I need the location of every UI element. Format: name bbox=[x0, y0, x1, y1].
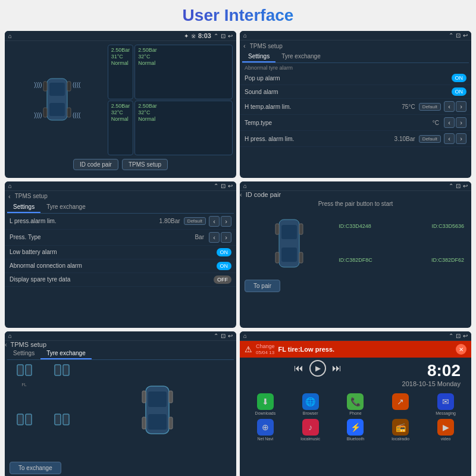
netnavi-icon: ⊕ bbox=[257, 419, 274, 436]
window-icon-4[interactable]: ⊡ bbox=[456, 183, 461, 189]
bluetooth-label: Bluetooth bbox=[347, 437, 365, 441]
header-title-2: TPMS setup bbox=[250, 43, 283, 49]
home-icon-4[interactable]: ⌂ bbox=[243, 183, 247, 189]
window-icon-6[interactable]: ⊡ bbox=[456, 333, 461, 339]
window-icon-5[interactable]: ⊡ bbox=[221, 333, 226, 339]
temp-type-prev[interactable]: ‹ bbox=[444, 117, 455, 128]
back-arrow-4[interactable]: ‹ bbox=[240, 191, 242, 198]
expand-icon-4[interactable]: ⌃ bbox=[449, 183, 453, 189]
app-localradio[interactable]: 📻 localradio bbox=[378, 419, 422, 441]
l-press-label: L press.alarm lim. bbox=[10, 218, 159, 224]
svg-rect-16 bbox=[55, 365, 61, 375]
prev-button[interactable]: ⏮ bbox=[294, 363, 303, 374]
tyre-group-fr bbox=[45, 362, 79, 408]
tyre-group-rr bbox=[45, 412, 79, 457]
tyre-fl-icon[interactable] bbox=[15, 362, 34, 381]
window-icon[interactable]: ⊡ bbox=[221, 33, 226, 39]
tyre-group-rl bbox=[7, 412, 41, 457]
to-pair-button[interactable]: To pair bbox=[245, 280, 280, 292]
spare-tyre-label: Display spare tyre data bbox=[10, 276, 214, 283]
h-press-prev[interactable]: ‹ bbox=[444, 133, 455, 144]
to-exchange-button[interactable]: To exchange bbox=[10, 462, 61, 474]
abnormal-conn-toggle[interactable]: ON bbox=[217, 262, 232, 270]
panel-id-code-pair: ⌂ ⌃ ⊡ ↩ ‹ ID code pair Press the pair bu… bbox=[240, 181, 471, 328]
tyre-rr-icon[interactable] bbox=[52, 412, 71, 431]
back-arrow-5[interactable]: ‹ bbox=[5, 341, 7, 348]
app-phone[interactable]: 📞 Phone bbox=[334, 393, 378, 415]
setting-h-temp: H temp.alarm lim. 75°C Default ‹ › bbox=[240, 99, 471, 115]
svg-rect-26 bbox=[169, 391, 173, 403]
l-press-prev[interactable]: ‹ bbox=[209, 216, 220, 227]
wave-fl: )))) bbox=[34, 82, 42, 88]
tab-tyre-exchange-3[interactable]: Tyre exchange bbox=[40, 202, 92, 213]
app-nav[interactable]: ↗ bbox=[378, 393, 422, 415]
clock-display: 8:02 bbox=[396, 358, 466, 380]
play-button[interactable]: ▶ bbox=[309, 360, 326, 377]
svg-rect-5 bbox=[43, 108, 47, 117]
header-title-3: TPMS setup bbox=[15, 193, 48, 199]
back-icon-6[interactable]: ↩ bbox=[463, 333, 468, 339]
tab-settings-2[interactable]: Settings bbox=[242, 51, 275, 62]
tab-tyre-exchange-5[interactable]: Tyre exchange bbox=[40, 348, 92, 359]
h-temp-prev[interactable]: ‹ bbox=[444, 101, 455, 112]
expand-icon-3[interactable]: ⌃ bbox=[214, 183, 218, 189]
back-icon-2[interactable]: ↩ bbox=[463, 32, 468, 39]
h-press-next[interactable]: › bbox=[456, 133, 466, 144]
tab-tyre-exchange-2[interactable]: Tyre exchange bbox=[275, 51, 327, 62]
tpms-setup-button[interactable]: TPMS setup bbox=[122, 159, 168, 170]
id-rr: ID:C382DF62 bbox=[377, 245, 466, 276]
app-video[interactable]: ▶ video bbox=[424, 419, 468, 441]
sound-alarm-toggle[interactable]: ON bbox=[452, 87, 467, 96]
back-arrow-3[interactable]: ‹ bbox=[8, 193, 11, 200]
setting-abnormal-conn: Abnormal connection alarm ON bbox=[5, 259, 236, 273]
app-bluetooth[interactable]: ⚡ Bluetooth bbox=[334, 419, 378, 441]
tire-rr-bar: 2.50Bar bbox=[138, 103, 229, 109]
expand-icon-5[interactable]: ⌃ bbox=[214, 333, 218, 339]
page-title: User Interface bbox=[0, 0, 476, 29]
spare-tyre-toggle[interactable]: OFF bbox=[214, 275, 231, 284]
l-press-next[interactable]: › bbox=[221, 216, 231, 227]
alert-close-button[interactable]: ✕ bbox=[456, 344, 466, 355]
back-icon-5[interactable]: ↩ bbox=[228, 333, 233, 339]
low-battery-toggle[interactable]: ON bbox=[217, 248, 232, 256]
window-icon-3[interactable]: ⊡ bbox=[221, 183, 226, 189]
setting-popup-alarm: Pop up alarm ON bbox=[240, 71, 471, 85]
panel-tpms-settings-2: ⌂ ⌃ ⊡ ↩ ‹ TPMS setup Settings Tyre excha… bbox=[5, 181, 236, 328]
popup-alarm-toggle[interactable]: ON bbox=[452, 74, 467, 82]
wave-rr: (((( bbox=[73, 112, 80, 118]
tyre-fr-icon[interactable] bbox=[52, 362, 71, 381]
tab-settings-5[interactable]: Settings bbox=[7, 348, 40, 359]
back-arrow-2[interactable]: ‹ bbox=[243, 42, 246, 49]
press-type-next[interactable]: › bbox=[221, 232, 231, 243]
app-netnavi[interactable]: ⊕ Net Navi bbox=[243, 419, 287, 441]
svg-rect-2 bbox=[49, 103, 65, 116]
id-code-pair-button[interactable]: ID code pair bbox=[73, 159, 118, 170]
home-icon-5[interactable]: ⌂ bbox=[8, 333, 12, 339]
h-temp-next[interactable]: › bbox=[456, 101, 466, 112]
svg-rect-1 bbox=[49, 83, 65, 96]
next-button[interactable]: ⏭ bbox=[332, 363, 342, 374]
home-icon-6[interactable]: ⌂ bbox=[243, 333, 247, 339]
expand-icon[interactable]: ⌃ bbox=[214, 33, 218, 39]
status-bar-5: ⌂ ⌃ ⊡ ↩ bbox=[5, 331, 236, 341]
alert-icon: ⚠ bbox=[245, 345, 252, 354]
tyre-rl-icon[interactable] bbox=[15, 412, 34, 431]
expand-icon-6[interactable]: ⌃ bbox=[449, 333, 453, 339]
expand-icon-2[interactable]: ⌃ bbox=[449, 32, 453, 39]
home-icon-2[interactable]: ⌂ bbox=[243, 32, 247, 39]
header-title-5: TPMS setup bbox=[11, 341, 47, 348]
tab-settings-3[interactable]: Settings bbox=[7, 202, 40, 213]
press-type-prev[interactable]: ‹ bbox=[209, 232, 220, 243]
window-icon-2[interactable]: ⊡ bbox=[456, 32, 461, 39]
app-messaging[interactable]: ✉ Messaging bbox=[424, 393, 468, 415]
tab-row-2: Settings Tyre exchange bbox=[242, 51, 469, 63]
app-browser[interactable]: 🌐 Browser bbox=[289, 393, 333, 415]
app-downloads[interactable]: ⬇ Downloads bbox=[243, 393, 287, 415]
back-icon[interactable]: ↩ bbox=[228, 33, 233, 39]
app-localmusic[interactable]: ♪ localmusic bbox=[289, 419, 333, 441]
back-icon-3[interactable]: ↩ bbox=[228, 183, 233, 189]
back-icon-4[interactable]: ↩ bbox=[463, 183, 468, 189]
temp-type-next[interactable]: › bbox=[456, 117, 466, 128]
home-icon-3[interactable]: ⌂ bbox=[8, 183, 12, 189]
home-icon[interactable]: ⌂ bbox=[8, 33, 12, 39]
